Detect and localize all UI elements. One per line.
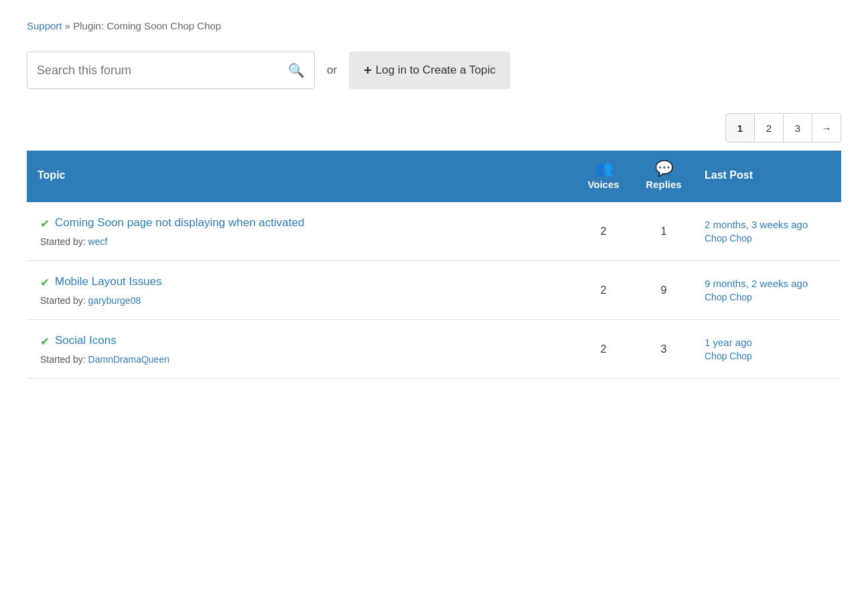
login-btn-label: Log in to Create a Topic [376,64,496,77]
col-voices-header: 👥 Voices [573,151,634,202]
login-create-topic-button[interactable]: + Log in to Create a Topic [349,52,510,89]
table-row: ✔ Coming Soon page not displaying when a… [27,202,841,261]
lastpost-cell: 1 year ago Chop Chop [694,320,841,379]
breadcrumb-current: Plugin: Coming Soon Chop Chop [73,20,221,31]
voices-icon: 👥 [584,160,623,177]
pagination-row: 1 2 3 → [27,113,841,143]
voices-cell: 2 [573,320,634,379]
search-input[interactable] [37,64,288,78]
page-3-button[interactable]: 3 [783,113,812,143]
replies-cell: 9 [634,261,694,320]
lastpost-author-link[interactable]: Chop Chop [705,292,830,303]
topic-cell: ✔ Mobile Layout Issues Started by: garyb… [27,261,573,320]
table-row: ✔ Mobile Layout Issues Started by: garyb… [27,261,841,320]
breadcrumb: Support » Plugin: Coming Soon Chop Chop [27,20,841,31]
voices-label: Voices [584,179,623,190]
replies-cell: 1 [634,202,694,261]
search-icon[interactable]: 🔍 [288,62,305,78]
page-1-button[interactable]: 1 [725,113,755,143]
started-by: Started by: DamnDramaQueen [40,354,563,365]
lastpost-time-link[interactable]: 1 year ago [705,337,830,348]
topic-cell: ✔ Social Icons Started by: DamnDramaQuee… [27,320,573,379]
search-box: 🔍 [27,52,315,89]
page-2-button[interactable]: 2 [754,113,784,143]
lastpost-author-link[interactable]: Chop Chop [705,351,830,361]
resolved-check-icon: ✔ [40,217,50,231]
replies-icon: 💬 [644,160,683,177]
plus-icon: + [364,63,372,78]
forum-table: Topic 👥 Voices 💬 Replies Last Post ✔ Com… [27,151,841,379]
replies-label: Replies [644,179,683,190]
topic-title-link[interactable]: Mobile Layout Issues [55,274,162,289]
lastpost-cell: 2 months, 3 weeks ago Chop Chop [694,202,841,261]
lastpost-time-link[interactable]: 9 months, 2 weeks ago [705,278,830,289]
started-by: Started by: garyburge08 [40,295,563,306]
topic-title-link[interactable]: Social Icons [55,333,117,348]
started-by: Started by: wecf [40,236,563,247]
lastpost-cell: 9 months, 2 weeks ago Chop Chop [694,261,841,320]
lastpost-author-link[interactable]: Chop Chop [705,233,830,244]
search-login-row: 🔍 or + Log in to Create a Topic [27,52,841,89]
col-topic-header: Topic [27,151,573,202]
table-header-row: Topic 👥 Voices 💬 Replies Last Post [27,151,841,202]
table-row: ✔ Social Icons Started by: DamnDramaQuee… [27,320,841,379]
next-page-button[interactable]: → [812,113,841,143]
breadcrumb-support-link[interactable]: Support [27,20,62,31]
topic-author-link[interactable]: garyburge08 [88,295,141,306]
lastpost-time-link[interactable]: 2 months, 3 weeks ago [705,219,830,230]
topic-title-link[interactable]: Coming Soon page not displaying when act… [55,216,304,230]
resolved-check-icon: ✔ [40,335,50,349]
pagination: 1 2 3 → [726,113,841,143]
col-replies-header: 💬 Replies [634,151,694,202]
topic-cell: ✔ Coming Soon page not displaying when a… [27,202,573,261]
resolved-check-icon: ✔ [40,276,50,290]
voices-cell: 2 [573,261,634,320]
topic-author-link[interactable]: DamnDramaQueen [88,354,169,365]
replies-cell: 3 [634,320,694,379]
breadcrumb-separator: » [65,20,74,31]
col-lastpost-header: Last Post [694,151,841,202]
topic-author-link[interactable]: wecf [88,236,108,247]
voices-cell: 2 [573,202,634,261]
or-label: or [327,64,337,77]
